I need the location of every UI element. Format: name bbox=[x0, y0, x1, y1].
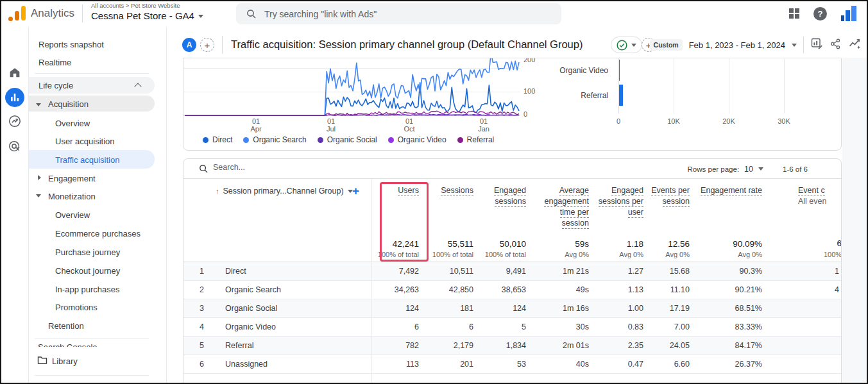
sidebar-item-search-console[interactable]: Search Console bbox=[29, 342, 155, 347]
sidebar-item-label: In-app purchases bbox=[55, 284, 119, 294]
row-value: 24.05 bbox=[649, 337, 690, 355]
row-value: 6.60 bbox=[649, 355, 690, 374]
row-value: 30s bbox=[531, 318, 589, 337]
chevron-down-icon[interactable] bbox=[792, 44, 797, 47]
metric-total-sub: Avg 0% bbox=[665, 251, 690, 258]
sidebar-item-in-app-purchases[interactable]: In-app purchases bbox=[29, 280, 155, 298]
insights-icon[interactable] bbox=[848, 37, 862, 53]
sidebar-item-overview[interactable]: Overview bbox=[29, 113, 155, 132]
sidebar-item-label: Checkout journey bbox=[55, 265, 120, 275]
metric-header-engagement-rate[interactable]: Engagement rate90.09%Avg 0% bbox=[695, 179, 767, 262]
report-status-button[interactable] bbox=[611, 37, 642, 53]
metric-header-events-per-session[interactable]: Events per session12.56Avg 0% bbox=[649, 179, 695, 262]
legend-dot bbox=[318, 137, 323, 143]
user-avatar[interactable] bbox=[841, 6, 856, 21]
apps-grid-icon[interactable] bbox=[789, 8, 799, 19]
metric-header-engaged-sessions[interactable]: Engaged sessions50,010100% of total bbox=[479, 179, 531, 262]
row-value: 1m 16s bbox=[531, 299, 589, 318]
clipped-column-subheader: All even bbox=[798, 196, 842, 207]
sidebar-item-label: Acquisition bbox=[48, 99, 89, 108]
y-tick-label: 100 bbox=[523, 87, 535, 95]
advertising-icon[interactable] bbox=[0, 140, 29, 154]
metric-header-sessions[interactable]: Sessions55,511100% of total bbox=[424, 179, 479, 262]
dimension-header-label: Session primary...Channel Group) bbox=[223, 187, 344, 196]
global-search[interactable] bbox=[236, 3, 561, 24]
row-channel: Organic Social bbox=[225, 299, 277, 318]
add-comparison-button[interactable]: + bbox=[200, 38, 214, 52]
sidebar-item-label: Promotions bbox=[55, 302, 98, 312]
row-value: 1m 21s bbox=[531, 262, 589, 281]
sidebar-item-promotions[interactable]: Promotions bbox=[29, 297, 155, 316]
report-builder-avatar[interactable]: A bbox=[182, 38, 196, 52]
folder-icon bbox=[37, 356, 47, 367]
check-circle-icon bbox=[617, 40, 627, 51]
property-selector[interactable]: Cessna Pet Store - GA4 bbox=[91, 10, 203, 21]
metric-header-users[interactable]: Users42,241100% of total bbox=[371, 179, 424, 262]
sidebar-item-ecommerce-purchases[interactable]: Ecommerce purchases bbox=[29, 224, 155, 242]
caret-down-icon bbox=[36, 194, 41, 197]
sidebar-item-overview[interactable]: Overview bbox=[29, 205, 155, 224]
explore-icon[interactable] bbox=[0, 114, 29, 128]
row-value: 40s bbox=[531, 355, 589, 374]
sidebar-item-acquisition[interactable]: Acquisition bbox=[29, 96, 155, 112]
clipped-metric-column[interactable]: Event c All even 6 100% bbox=[767, 179, 842, 262]
row-value: 1,834 bbox=[479, 337, 526, 355]
sidebar-item-label: Library bbox=[52, 356, 78, 365]
row-value: 2,179 bbox=[424, 337, 473, 355]
metric-header-average-engagement-time-per-session[interactable]: Average engagement time per session59sAv… bbox=[531, 179, 594, 262]
legend-dot bbox=[388, 137, 394, 143]
sidebar-item-label: Engagement bbox=[48, 173, 96, 183]
main-content: A + Traffic acquisition: Session primary… bbox=[167, 27, 868, 384]
sidebar-item-realtime[interactable]: Realtime bbox=[29, 53, 155, 71]
row-value: 83.33% bbox=[695, 318, 762, 337]
search-icon bbox=[246, 9, 257, 19]
row-value: 1.00 bbox=[594, 299, 643, 318]
sidebar-item-engagement[interactable]: Engagement bbox=[29, 169, 155, 187]
sidebar-item-purchase-journey[interactable]: Purchase journey bbox=[29, 242, 155, 261]
table-row-unassigned: 6Unassigned1132015340s0.476.6026.37% bbox=[183, 355, 841, 374]
chevron-down-icon[interactable] bbox=[758, 167, 763, 171]
share-icon[interactable] bbox=[830, 38, 842, 53]
home-icon[interactable] bbox=[0, 65, 29, 79]
sidebar-item-reports-snapshot[interactable]: Reports snapshot bbox=[29, 35, 155, 53]
rows-per-page-label: Rows per page: bbox=[688, 165, 740, 173]
sidebar-nav: Reports snapshotRealtimeLife cycleAcquis… bbox=[29, 27, 167, 384]
sidebar-item-traffic-acquisition[interactable]: Traffic acquisition bbox=[29, 150, 155, 169]
sidebar-item-life-cycle[interactable]: Life cycle bbox=[29, 77, 155, 94]
global-search-input[interactable] bbox=[264, 9, 540, 19]
add-dimension-button[interactable]: + bbox=[352, 184, 359, 198]
reports-icon-active[interactable] bbox=[0, 88, 29, 107]
metric-header-engaged-sessions-per-user[interactable]: Engaged sessions per user1.18Avg 0% bbox=[594, 179, 649, 262]
analytics-logo-icon[interactable] bbox=[9, 6, 27, 21]
y-tick-label: 200 bbox=[523, 58, 535, 63]
row-value: 10,511 bbox=[424, 262, 473, 281]
metric-total-value: 42,241 bbox=[378, 239, 419, 249]
rows-per-page-value[interactable]: 10 bbox=[744, 165, 753, 174]
metric-header-text: Engaged sessions per user bbox=[599, 186, 643, 218]
bar-axis-label: 10K bbox=[667, 117, 680, 125]
row-value: 49s bbox=[531, 281, 589, 299]
row-value: 1.27 bbox=[594, 262, 643, 281]
date-range[interactable]: Feb 1, 2023 - Feb 1, 2024 bbox=[689, 40, 785, 50]
legend-label: Organic Social bbox=[327, 135, 377, 144]
sidebar-item-retention[interactable]: Retention bbox=[29, 316, 155, 335]
customize-report-icon[interactable] bbox=[810, 37, 823, 53]
sidebar-item-checkout-journey[interactable]: Checkout journey bbox=[29, 261, 155, 280]
account-breadcrumb[interactable]: All accounts > Pet Store Website bbox=[91, 2, 180, 9]
row-value: 124 bbox=[371, 299, 419, 318]
divider bbox=[222, 36, 223, 54]
row-value: 90.3% bbox=[695, 262, 762, 281]
row-channel: Referral bbox=[225, 337, 253, 355]
sidebar-item-user-acquisition[interactable]: User acquisition bbox=[29, 131, 155, 150]
row-value: 201 bbox=[424, 355, 473, 374]
legend-item-referral: Referral bbox=[457, 135, 495, 144]
row-clipped-value: 4 bbox=[825, 281, 839, 299]
bar-gridline bbox=[729, 58, 729, 113]
row-value: 0.83 bbox=[594, 318, 643, 337]
dimension-header[interactable]: ↑ Session primary...Channel Group) bbox=[216, 187, 353, 196]
chart-legend: DirectOrganic SearchOrganic SocialOrgani… bbox=[203, 135, 494, 144]
table-search-input[interactable] bbox=[213, 163, 405, 172]
sidebar-item-monetization[interactable]: Monetization bbox=[29, 187, 155, 205]
sidebar-item-library[interactable]: Library bbox=[29, 351, 155, 370]
help-icon[interactable]: ? bbox=[813, 7, 827, 21]
